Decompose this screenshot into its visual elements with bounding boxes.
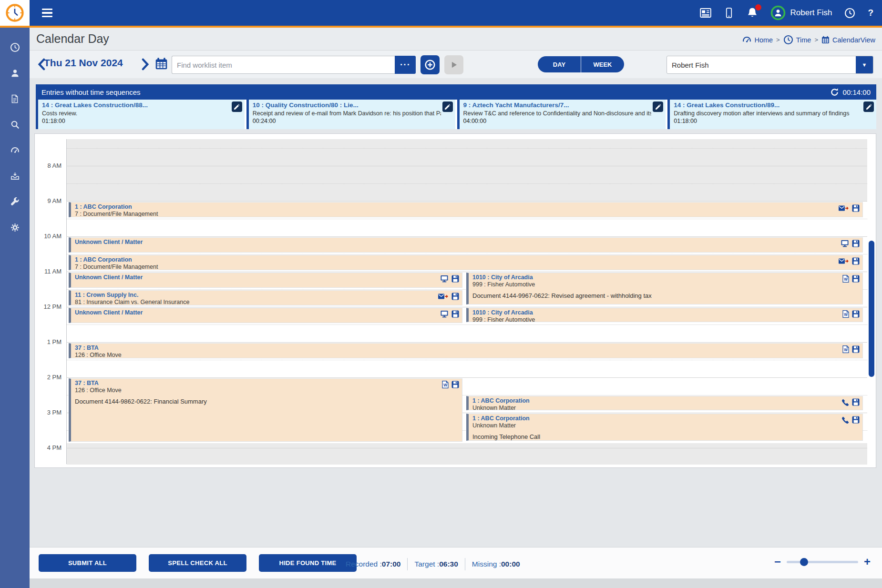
- top-bar: Robert Fish ?: [0, 0, 882, 26]
- search-icon[interactable]: [0, 112, 30, 137]
- worklist-search: ···: [172, 56, 416, 74]
- calendar-entry[interactable]: 1 : ABC CorporationUnknown Matter: [466, 396, 863, 410]
- svg-text:W: W: [844, 348, 848, 352]
- entry-client: Unknown Client / Matter: [75, 309, 459, 316]
- calendar-entry[interactable]: Unknown Client / Matter: [69, 308, 462, 323]
- zoom-slider-thumb[interactable]: [800, 558, 808, 566]
- entry-matter: 126 : Office Move: [75, 352, 860, 358]
- notification-badge: [755, 4, 761, 10]
- breadcrumb-item-time[interactable]: Time: [783, 35, 811, 45]
- next-day-chevron-icon[interactable]: [141, 58, 151, 71]
- notifications-bell-icon[interactable]: [747, 7, 758, 19]
- edit-pencil-icon[interactable]: [653, 101, 663, 112]
- save-icon: [852, 275, 860, 284]
- current-date-label: Thu 21 Nov 2024: [44, 57, 123, 69]
- zoom-in-button[interactable]: +: [864, 556, 871, 568]
- gauge-icon[interactable]: [0, 137, 30, 163]
- entry-client: Unknown Client / Matter: [75, 274, 459, 281]
- save-icon: [451, 293, 459, 302]
- timekeeper-select[interactable]: Robert Fish ▼: [667, 56, 873, 74]
- save-icon: [852, 257, 860, 267]
- edit-pencil-icon[interactable]: [442, 101, 453, 112]
- calendar-entry[interactable]: 11 : Crown Supply Inc.81 : Insurance Cla…: [69, 290, 462, 305]
- unsequenced-card[interactable]: 14 : Great Lakes Construction/89... Draf…: [667, 100, 876, 129]
- refresh-icon[interactable]: [830, 88, 839, 97]
- toolbar: Thu 21 Nov 2024 ··· DAY WEEK Robert Fish…: [30, 51, 882, 78]
- unsequenced-card[interactable]: 9 : Aztech Yacht Manufacturers/7... Revi…: [457, 100, 666, 129]
- card-description: Costs review.: [42, 110, 230, 117]
- calendar-entry[interactable]: Unknown Client / Matter: [69, 237, 863, 253]
- app-logo[interactable]: [0, 0, 30, 26]
- avatar: [770, 5, 786, 20]
- submit-all-button[interactable]: SUBMIT ALL: [39, 554, 136, 572]
- hamburger-menu-icon[interactable]: [42, 7, 54, 19]
- clock-icon[interactable]: [0, 34, 30, 60]
- card-title: 9 : Aztech Yacht Manufacturers/7...: [463, 101, 652, 109]
- file-icon[interactable]: [0, 86, 30, 112]
- user-menu[interactable]: Robert Fish: [770, 5, 832, 20]
- card-title: 10 : Quality Construction/80 : Lie...: [253, 101, 441, 109]
- calendar-entry[interactable]: Unknown Client / Matter: [69, 273, 462, 288]
- hide-found-time-button[interactable]: HIDE FOUND TIME: [259, 554, 357, 572]
- calendar-day-panel: 8 AM9 AM10 AM11 AM12 PM1 PM2 PM3 PM4 PM …: [34, 133, 876, 468]
- unsequenced-card[interactable]: 10 : Quality Construction/80 : Lie... Re…: [246, 100, 455, 129]
- mobile-icon[interactable]: [724, 7, 734, 19]
- help-icon[interactable]: ?: [868, 8, 873, 18]
- entry-client: 1010 : City of Arcadia: [472, 309, 860, 316]
- tray-icon[interactable]: [0, 163, 30, 189]
- phone-icon: [842, 399, 849, 408]
- search-input[interactable]: [172, 56, 395, 74]
- calendar-entry[interactable]: 1 : ABC Corporation7 : Document/File Man…: [69, 202, 863, 217]
- calendar-entry[interactable]: 1 : ABC Corporation7 : Document/File Man…: [69, 255, 863, 270]
- week-view-button[interactable]: WEEK: [581, 56, 624, 72]
- calendar-entry[interactable]: 37 : BTA126 : Office MoveW: [69, 343, 863, 358]
- calendar-entry[interactable]: 37 : BTA126 : Office MoveDocument 4144-9…: [69, 378, 462, 442]
- date-picker-calendar-icon[interactable]: [155, 57, 168, 72]
- start-timer-button[interactable]: [444, 55, 463, 74]
- gutter-divider: [66, 139, 67, 464]
- card-duration: 04:00:00: [463, 118, 652, 124]
- vertical-scrollbar[interactable]: [869, 241, 874, 377]
- breadcrumb-item-home[interactable]: Home: [742, 35, 773, 44]
- card-duration: 01:18:00: [42, 118, 230, 124]
- stat-target: Target :06:30: [414, 560, 458, 568]
- user-icon[interactable]: [0, 60, 30, 86]
- recent-clock-icon[interactable]: [844, 8, 855, 19]
- entries-without-time-header: Entries without time sequences 00:14:00: [36, 84, 876, 100]
- newspaper-icon[interactable]: [700, 7, 711, 19]
- zoom-slider-track[interactable]: [787, 561, 858, 563]
- edit-pencil-icon[interactable]: [863, 101, 874, 112]
- word-icon: W: [842, 310, 849, 320]
- entry-client: 37 : BTA: [75, 380, 459, 387]
- save-icon: [852, 345, 860, 355]
- search-more-button[interactable]: ···: [395, 56, 416, 74]
- entry-client: 1 : ABC Corporation: [75, 203, 860, 211]
- wrench-icon[interactable]: [0, 189, 30, 214]
- breadcrumb-item-calendarview[interactable]: CalendarView: [821, 36, 875, 44]
- unsequenced-card[interactable]: 14 : Great Lakes Construction/88... Cost…: [36, 100, 245, 129]
- gear-icon[interactable]: [0, 214, 30, 240]
- card-duration: 01:18:00: [674, 118, 862, 124]
- save-icon: [451, 275, 459, 284]
- entry-matter: 999 : Fisher Automotive: [472, 316, 860, 322]
- entry-matter: 126 : Office Move: [75, 387, 459, 394]
- spell-check-all-button[interactable]: SPELL CHECK ALL: [149, 554, 246, 572]
- calendar-entry[interactable]: 1010 : City of Arcadia999 : Fisher Autom…: [466, 308, 863, 322]
- add-entry-button[interactable]: [420, 55, 440, 74]
- zoom-out-button[interactable]: −: [774, 556, 781, 568]
- calendar-entry[interactable]: 1010 : City of Arcadia999 : Fisher Autom…: [466, 273, 863, 304]
- edit-pencil-icon[interactable]: [232, 101, 242, 112]
- calendar-entry[interactable]: 1 : ABC CorporationUnknown MatterIncomin…: [466, 414, 863, 441]
- entry-client: 1 : ABC Corporation: [75, 256, 860, 264]
- monitor-icon: [841, 240, 849, 249]
- mail-forward-icon: [438, 293, 449, 302]
- word-icon: W: [842, 275, 849, 284]
- card-description: Review T&C and reference to Confidential…: [463, 110, 652, 117]
- day-view-button[interactable]: DAY: [538, 56, 581, 72]
- save-icon: [451, 310, 459, 320]
- entry-matter: 7 : Document/File Management: [75, 211, 860, 217]
- entry-client: 11 : Crown Supply Inc.: [75, 292, 459, 299]
- card-title: 14 : Great Lakes Construction/89...: [674, 101, 862, 109]
- hour-label: 4 PM: [35, 444, 62, 451]
- breadcrumb-separator: >: [814, 36, 818, 43]
